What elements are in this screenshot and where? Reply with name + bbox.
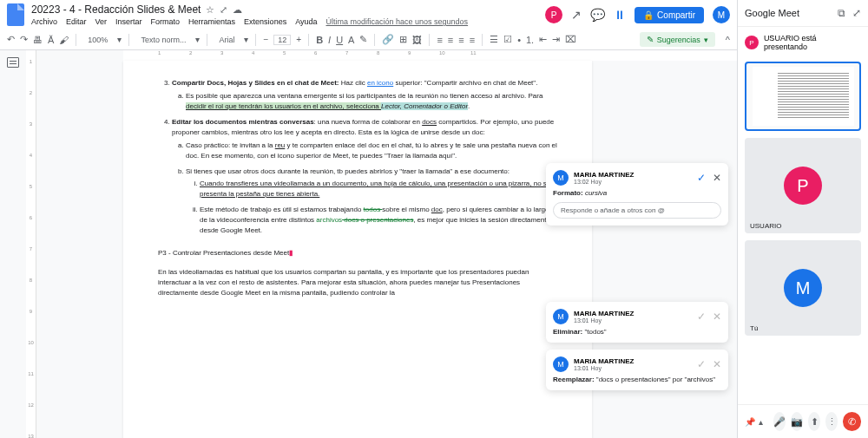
outline-icon — [7, 57, 19, 68]
paragraph: En las videollamadas es habitual que los… — [158, 267, 557, 298]
indent-icon[interactable]: ⇥ — [552, 34, 560, 45]
text-color-icon[interactable]: A — [348, 35, 354, 45]
menu-extensiones[interactable]: Extensiones — [244, 17, 286, 26]
docs-logo-icon[interactable] — [7, 3, 24, 26]
history-icon[interactable]: ↗ — [571, 8, 582, 22]
heading-compartir: Compartir Docs, Hojas y Slides en el cha… — [172, 79, 339, 87]
text: Si tienes que usar otros docs durante la… — [186, 167, 510, 175]
cloud-icon[interactable]: ☁ — [233, 4, 242, 16]
participant-avatar: M — [784, 269, 822, 307]
font-select[interactable]: Arial — [214, 34, 239, 46]
user-avatar[interactable]: M — [713, 6, 730, 23]
text: sobre el mismo — [382, 206, 431, 213]
suggestion-card-1[interactable]: M MARIA MARTINEZ 13:02 Hoy ✓ ✕ Formato: … — [546, 163, 728, 226]
spellcheck-icon[interactable]: Ă — [48, 35, 54, 45]
meet-icon[interactable]: ⏸ — [614, 8, 626, 22]
present-button[interactable]: ⬆ — [808, 412, 820, 431]
document-title[interactable]: 20223 - 4 - Redacción Slides & Meet — [31, 3, 201, 16]
reply-input[interactable]: Responde o añade a otros con @ — [553, 202, 721, 219]
highlight-icon[interactable]: ✎ — [359, 34, 367, 45]
star-icon[interactable]: ☆ — [206, 4, 214, 16]
more-button[interactable]: ⋮ — [825, 412, 838, 431]
suggestion-author: MARIA MARTINEZ — [574, 357, 634, 365]
image-icon[interactable]: 🖼 — [412, 35, 422, 45]
add-comment-icon[interactable]: ⊞ — [399, 34, 407, 45]
menu-formato[interactable]: Formato — [151, 17, 181, 26]
italic-icon[interactable]: I — [328, 35, 331, 45]
align-right-icon[interactable]: ≡ — [458, 35, 464, 45]
menu-insertar[interactable]: Insertar — [115, 17, 142, 26]
comments-icon[interactable]: 💬 — [590, 8, 605, 22]
align-justify-icon[interactable]: ≡ — [470, 35, 475, 45]
suggestion-card-2[interactable]: M MARIA MARTINEZ 13:01 Hoy ✓ ✕ Eliminar:… — [546, 302, 728, 343]
reject-suggestion-icon[interactable]: ✕ — [713, 358, 721, 370]
size-minus[interactable]: − — [263, 35, 268, 44]
link-icon[interactable]: 🔗 — [382, 34, 394, 45]
accept-suggestion-icon[interactable]: ✓ — [697, 358, 706, 370]
collaborator-avatar-p[interactable]: P — [545, 6, 562, 23]
share-button[interactable]: 🔒 Compartir — [635, 7, 704, 23]
author-avatar: M — [553, 309, 569, 324]
accept-suggestion-icon[interactable]: ✓ — [697, 311, 706, 323]
size-plus[interactable]: + — [296, 35, 301, 44]
line-spacing-icon[interactable]: ☰ — [490, 34, 498, 45]
meet-controls: 📌 ▴ 🎤 📷 ⬆ ⋮ ✆ — [738, 404, 868, 438]
text-insert: archivos — [316, 216, 342, 224]
reject-suggestion-icon[interactable]: ✕ — [713, 172, 721, 184]
heading-p3: P3 - Controlar Presentaciones desde Meet — [158, 249, 289, 257]
document-page[interactable]: Compartir Docs, Hojas y Slides en el cha… — [123, 61, 592, 438]
outdent-icon[interactable]: ⇤ — [539, 34, 547, 45]
checklist-icon[interactable]: ☑ — [503, 34, 512, 45]
underline-icon[interactable]: U — [336, 35, 343, 45]
participant-tile-1[interactable]: P USUARIO — [745, 138, 861, 233]
participant-name: Tú — [750, 324, 758, 332]
suggestion-value: "todos" — [582, 328, 606, 336]
suggestion-card-3[interactable]: M MARIA MARTINEZ 13:01 Hoy ✓ ✕ Reemplaza… — [546, 350, 728, 390]
document-area: 12345678910111213 1234567891011 Comparti… — [0, 50, 737, 438]
chevron-up-icon[interactable]: ^ — [726, 35, 730, 45]
menu-ver[interactable]: Ver — [95, 17, 108, 26]
camera-button[interactable]: 📷 — [791, 412, 803, 431]
style-select[interactable]: Texto norm... — [136, 34, 190, 46]
redo-icon[interactable]: ↷ — [20, 34, 28, 45]
popout-icon[interactable]: ⧉ — [838, 7, 845, 19]
hangup-button[interactable]: ✆ — [843, 412, 861, 431]
align-center-icon[interactable]: ≡ — [448, 35, 453, 45]
move-icon[interactable]: ⤢ — [220, 4, 227, 16]
menu-ayuda[interactable]: Ayuda — [295, 17, 317, 26]
suggestion-label: Formato: — [553, 189, 583, 197]
pin-icon[interactable]: 📌 — [745, 417, 755, 427]
last-modified[interactable]: Última modificación hace unos segundos — [326, 17, 469, 26]
share-label: Compartir — [657, 10, 695, 20]
zoom-select[interactable]: 100% — [83, 34, 112, 46]
align-left-icon[interactable]: ≡ — [437, 35, 442, 45]
menu-archivo[interactable]: Archivo — [31, 17, 57, 26]
author-avatar: M — [553, 170, 569, 186]
reject-suggestion-icon[interactable]: ✕ — [713, 311, 721, 323]
participant-name: USUARIO — [750, 222, 781, 230]
menu-herramientas[interactable]: Herramientas — [188, 17, 235, 26]
bullet-list-icon[interactable]: • — [517, 35, 521, 45]
paint-format-icon[interactable]: 🖌 — [59, 35, 69, 45]
text: : una nueva forma de colaborar en — [314, 118, 423, 126]
text: Caso práctico: te invitan a la — [186, 141, 275, 149]
bold-icon[interactable]: B — [316, 35, 323, 45]
vertical-ruler: 12345678910111213 — [26, 50, 36, 438]
chevron-up-icon[interactable]: ▴ — [759, 417, 763, 427]
menu-editar[interactable]: Editar — [66, 17, 87, 26]
outline-panel[interactable] — [0, 50, 26, 438]
print-icon[interactable]: 🖶 — [33, 35, 43, 45]
expand-icon[interactable]: ⤢ — [852, 7, 861, 19]
suggestion-time: 13:02 Hoy — [574, 179, 634, 185]
font-size[interactable]: 12 — [273, 35, 291, 45]
numbered-list-icon[interactable]: 1. — [526, 35, 534, 45]
suggesting-mode-button[interactable]: Sugerencias ▾ — [640, 32, 715, 47]
text-strike: todos — [364, 206, 383, 213]
mic-button[interactable]: 🎤 — [773, 412, 786, 431]
participant-tile-2[interactable]: M Tú — [745, 240, 861, 336]
screen-share-thumbnail[interactable] — [745, 62, 861, 131]
accept-suggestion-icon[interactable]: ✓ — [697, 172, 706, 184]
clear-format-icon[interactable]: ⌧ — [565, 34, 576, 45]
link-icono[interactable]: en icono — [367, 79, 393, 87]
undo-icon[interactable]: ↶ — [7, 34, 15, 45]
